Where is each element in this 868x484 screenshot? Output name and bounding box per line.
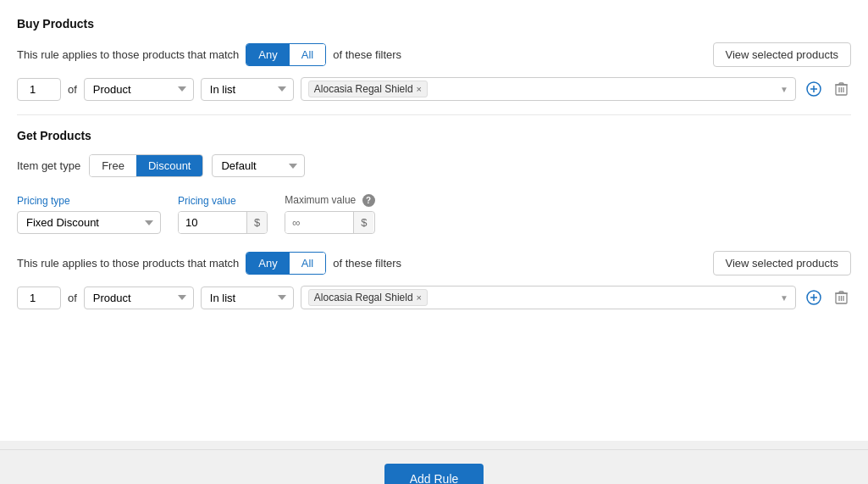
get-tag-label: Alocasia Regal Shield xyxy=(314,292,413,303)
pricing-value-input-wrapper: $ xyxy=(178,211,268,234)
pricing-value-label: Pricing value xyxy=(178,195,268,207)
pricing-type-select[interactable]: Fixed Discount xyxy=(17,211,161,234)
buy-any-button[interactable]: Any xyxy=(246,44,289,65)
footer-bar: Add Rule xyxy=(0,449,868,484)
get-quantity-input[interactable] xyxy=(17,287,61,309)
buy-tag-close-icon[interactable]: × xyxy=(417,84,422,94)
buy-products-title: Buy Products xyxy=(17,17,851,31)
get-all-button[interactable]: All xyxy=(290,253,325,274)
get-trash-icon xyxy=(835,291,848,304)
get-inlist-select[interactable]: In list xyxy=(201,287,294,309)
buy-tag-dropdown-arrow-icon[interactable]: ▼ xyxy=(780,85,788,94)
get-tag-dropdown-arrow-icon[interactable]: ▼ xyxy=(780,293,788,303)
get-add-filter-button[interactable] xyxy=(803,287,825,309)
get-of-text: of xyxy=(68,292,77,304)
maximum-value-label-wrapper: Maximum value ? xyxy=(285,194,374,207)
add-rule-button[interactable]: Add Rule xyxy=(384,464,484,484)
pricing-row: Pricing type Fixed Discount Pricing valu… xyxy=(17,194,851,234)
maximum-value-suffix: $ xyxy=(353,212,373,233)
buy-of-text: of xyxy=(68,83,77,96)
buy-any-all-toggle: Any All xyxy=(246,43,326,66)
get-plus-circle-icon xyxy=(806,290,821,305)
get-any-button[interactable]: Any xyxy=(246,253,289,274)
section-divider xyxy=(17,114,851,115)
buy-product-row: of Product In list Alocasia Regal Shield… xyxy=(17,77,851,101)
get-tag-alocasia: Alocasia Regal Shield × xyxy=(308,289,428,306)
pricing-value-field: Pricing value $ xyxy=(178,195,268,234)
maximum-value-field: Maximum value ? $ xyxy=(285,194,374,234)
pricing-type-label: Pricing type xyxy=(17,195,161,207)
free-button[interactable]: Free xyxy=(90,155,136,176)
get-view-products-button[interactable]: View selected products xyxy=(713,251,851,275)
get-product-select[interactable]: Product xyxy=(84,287,194,309)
buy-inlist-select[interactable]: In list xyxy=(201,78,294,101)
maximum-value-label: Maximum value xyxy=(285,194,356,206)
buy-filter-row: This rule applies to those products that… xyxy=(17,42,851,67)
buy-products-section: Buy Products This rule applies to those … xyxy=(17,17,851,101)
plus-circle-icon xyxy=(806,81,821,97)
item-get-type-row: Item get type Free Discount Default xyxy=(17,154,851,177)
maximum-value-input-wrapper: $ xyxy=(285,211,374,234)
item-get-type-label: Item get type xyxy=(17,159,80,172)
pricing-value-input[interactable] xyxy=(179,212,246,233)
default-select[interactable]: Default xyxy=(212,154,305,177)
buy-delete-filter-button[interactable] xyxy=(832,79,851,99)
get-tag-input[interactable]: Alocasia Regal Shield × ▼ xyxy=(301,286,796,309)
buy-add-filter-button[interactable] xyxy=(803,78,825,100)
buy-quantity-input[interactable] xyxy=(17,78,61,101)
buy-tag-alocasia: Alocasia Regal Shield × xyxy=(308,81,428,97)
get-delete-filter-button[interactable] xyxy=(832,287,851,308)
get-filter-row: This rule applies to those products that… xyxy=(17,251,851,275)
get-filter-text2: of these filters xyxy=(333,257,401,270)
maximum-value-input[interactable] xyxy=(285,212,353,233)
get-products-title: Get Products xyxy=(17,129,851,142)
get-filter-text1: This rule applies to those products that… xyxy=(17,257,239,270)
buy-view-products-button[interactable]: View selected products xyxy=(713,42,851,67)
help-icon[interactable]: ? xyxy=(362,194,375,207)
pricing-value-suffix: $ xyxy=(246,212,267,233)
buy-filter-text1: This rule applies to those products that… xyxy=(17,48,239,61)
buy-tag-label: Alocasia Regal Shield xyxy=(314,83,413,95)
trash-icon xyxy=(835,82,848,96)
discount-button[interactable]: Discount xyxy=(136,155,203,176)
buy-filter-text2: of these filters xyxy=(333,48,401,61)
get-products-section: Get Products Item get type Free Discount… xyxy=(17,129,851,309)
pricing-type-field: Pricing type Fixed Discount xyxy=(17,195,161,234)
buy-product-select[interactable]: Product xyxy=(84,78,194,101)
item-get-type-toggle: Free Discount xyxy=(89,154,203,177)
get-product-row: of Product In list Alocasia Regal Shield… xyxy=(17,286,851,309)
get-any-all-toggle: Any All xyxy=(246,252,326,275)
buy-tag-input[interactable]: Alocasia Regal Shield × ▼ xyxy=(301,77,796,101)
get-tag-close-icon[interactable]: × xyxy=(417,292,422,303)
buy-all-button[interactable]: All xyxy=(290,44,325,65)
